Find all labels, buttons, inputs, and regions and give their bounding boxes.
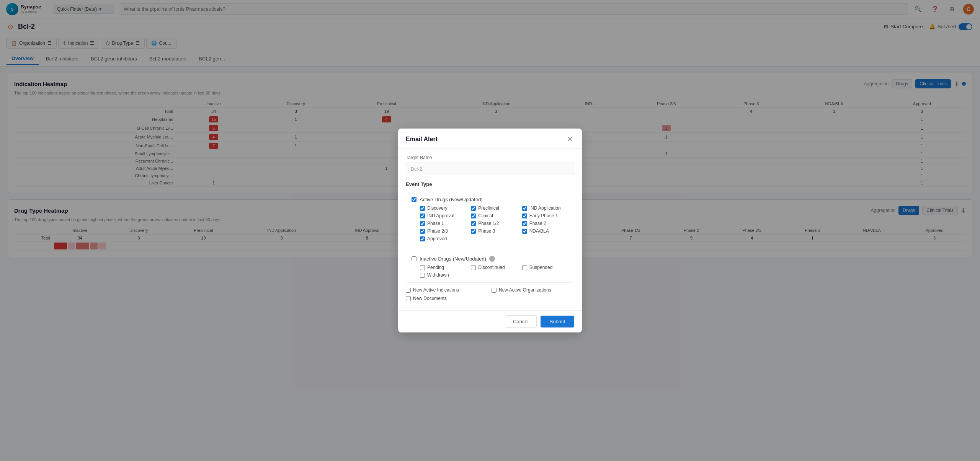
ind-application-checkbox[interactable] [522, 206, 527, 211]
checkbox-item-clinical: Clinical [471, 213, 517, 218]
checkbox-item-pending: Pending [420, 265, 466, 270]
inactive-sub-grid: Pending Discontinued Suspended Withdrawn [412, 265, 568, 278]
approved-checkbox[interactable] [420, 236, 425, 241]
modal-body: Target Name Event Type Active Drugs (New… [398, 149, 582, 310]
pending-checkbox[interactable] [420, 265, 425, 270]
phase1-checkbox[interactable] [420, 221, 425, 226]
active-drugs-label[interactable]: Active Drugs (New/Updated) [420, 197, 483, 202]
active-drugs-section: Active Drugs (New/Updated) Discovery Pre… [406, 192, 574, 246]
new-documents-label[interactable]: New Documents [413, 296, 447, 301]
target-name-input[interactable] [406, 163, 574, 175]
submit-button[interactable]: Submit [541, 316, 574, 327]
checkbox-item-phase3: Phase 3 [471, 228, 517, 234]
early-phase1-checkbox[interactable] [522, 213, 527, 218]
phase2-checkbox[interactable] [522, 221, 527, 226]
phase3-checkbox[interactable] [471, 229, 476, 234]
phase23-checkbox[interactable] [420, 229, 425, 234]
checkbox-item-new-indications: New Active Indications [406, 287, 488, 293]
checkbox-item-early-phase1: Early Phase 1 [522, 213, 568, 218]
checkbox-item-phase12: Phase 1/2 [471, 221, 517, 226]
new-organizations-label[interactable]: New Active Organizations [499, 287, 551, 293]
preclinical-checkbox[interactable] [471, 206, 476, 211]
checkbox-item-new-documents: New Documents [406, 296, 574, 301]
checkbox-item-ind-approval: IND Approval [420, 213, 466, 218]
checkbox-item-phase1: Phase 1 [420, 221, 466, 226]
ind-approval-checkbox[interactable] [420, 213, 425, 218]
new-indications-label[interactable]: New Active Indications [413, 287, 459, 293]
checkbox-item-nda: NDA/BLA [522, 228, 568, 234]
checkbox-item-phase2: Phase 2 [522, 221, 568, 226]
nda-checkbox[interactable] [522, 229, 527, 234]
cancel-button[interactable]: Cancel [505, 315, 536, 328]
checkbox-item-discontinued: Discontinued [471, 265, 517, 270]
checkbox-item-withdrawn: Withdrawn [420, 272, 466, 278]
suspended-checkbox[interactable] [522, 265, 527, 270]
modal-close-button[interactable]: ✕ [565, 135, 574, 144]
target-name-label: Target Name [406, 155, 574, 160]
checkbox-item-discovery: Discovery [420, 205, 466, 211]
active-drugs-checkbox[interactable] [412, 197, 416, 202]
checkbox-item-approved: Approved [420, 236, 466, 241]
new-documents-checkbox[interactable] [406, 296, 411, 301]
checkbox-item-phase23: Phase 2/3 [420, 228, 466, 234]
new-organizations-checkbox[interactable] [492, 288, 497, 293]
checkbox-item-new-organizations: New Active Organizations [492, 287, 574, 293]
active-drugs-row: Active Drugs (New/Updated) [412, 197, 568, 202]
email-alert-modal: Email Alert ✕ Target Name Event Type Act… [398, 129, 582, 332]
discovery-checkbox[interactable] [420, 206, 425, 211]
modal-footer: Cancel Submit [398, 310, 582, 332]
inactive-drugs-section: Inactive Drugs (New/Updated) i Pending D… [406, 251, 574, 283]
modal-header: Email Alert ✕ [398, 129, 582, 149]
checkbox-item-suspended: Suspended [522, 265, 568, 270]
checkbox-item-preclinical: Preclinical [471, 205, 517, 211]
inactive-drugs-label[interactable]: Inactive Drugs (New/Updated) [420, 256, 486, 262]
modal-title: Email Alert [406, 136, 438, 143]
inactive-drugs-row: Inactive Drugs (New/Updated) i [412, 256, 568, 262]
info-icon[interactable]: i [489, 256, 495, 262]
inactive-drugs-checkbox[interactable] [412, 256, 416, 261]
phase12-checkbox[interactable] [471, 221, 476, 226]
withdrawn-checkbox[interactable] [420, 273, 425, 278]
bottom-checks: New Active Indications New Active Organi… [406, 287, 574, 296]
checkbox-item-ind-app: IND Application [522, 205, 568, 211]
event-type-label: Event Type [406, 181, 574, 187]
discontinued-checkbox[interactable] [471, 265, 476, 270]
clinical-checkbox[interactable] [471, 213, 476, 218]
active-drugs-sub-grid: Discovery Preclinical IND Application IN… [412, 205, 568, 241]
new-indications-checkbox[interactable] [406, 288, 411, 293]
modal-overlay[interactable]: Email Alert ✕ Target Name Event Type Act… [0, 0, 980, 461]
